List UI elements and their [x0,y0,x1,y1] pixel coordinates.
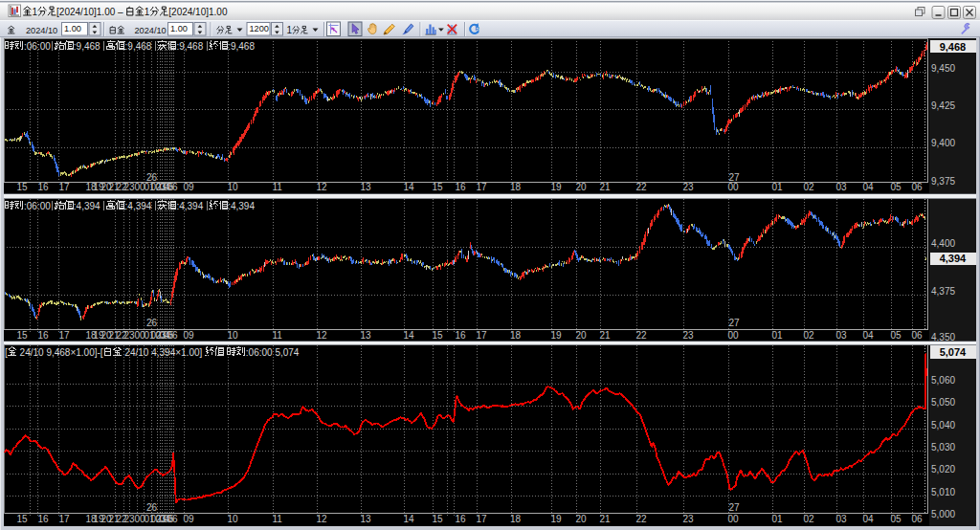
svg-text:06: 06 [167,514,178,524]
svg-text:01: 01 [771,182,783,192]
svg-text:2024/10: 2024/10 [135,25,167,34]
svg-text:21: 21 [599,514,611,524]
svg-text:05: 05 [890,182,902,192]
svg-text:1: 1 [145,7,150,17]
svg-text:5,074: 5,074 [940,346,967,358]
svg-text:04: 04 [862,182,874,192]
svg-text:1: 1 [287,24,293,34]
svg-text:15: 15 [432,182,443,192]
svg-text:09: 09 [183,514,194,524]
svg-text:4,375: 4,375 [931,286,955,297]
svg-text:03: 03 [835,330,847,341]
svg-text::06:00: :06:00 [24,41,51,52]
svg-text:20: 20 [575,514,587,524]
svg-text:04: 04 [862,330,874,341]
svg-text:11: 11 [272,182,282,192]
svg-text:02: 02 [803,514,814,524]
svg-text:18: 18 [510,514,522,524]
svg-text:19: 19 [550,182,562,192]
svg-text:11: 11 [272,330,282,341]
svg-text:16: 16 [455,182,466,192]
svg-text::4,394: :4,394 [228,201,255,211]
svg-text:26: 26 [146,318,158,328]
svg-text:10: 10 [227,182,238,192]
svg-text:20: 20 [575,330,587,341]
svg-text::4,394: :4,394 [125,201,152,211]
svg-text:9,450: 9,450 [931,63,955,74]
svg-text:10: 10 [227,330,238,341]
svg-text:04: 04 [862,514,874,524]
svg-text:27: 27 [728,172,740,183]
svg-text:17: 17 [58,330,70,341]
svg-text::4,394: :4,394 [74,201,100,211]
svg-text:23: 23 [123,330,135,341]
svg-text:06: 06 [167,182,178,192]
svg-text:19: 19 [550,514,562,524]
svg-text:15: 15 [16,514,28,524]
svg-text:27: 27 [728,318,740,328]
svg-text:10: 10 [227,514,238,524]
svg-text:15: 15 [432,514,443,524]
svg-text:4,400: 4,400 [931,238,955,249]
svg-text:06: 06 [911,330,923,341]
svg-text:5,040: 5,040 [931,420,955,431]
svg-text:15: 15 [16,182,28,192]
svg-text:03: 03 [835,182,847,192]
svg-text:R: R [475,26,479,32]
svg-text:02: 02 [803,182,814,192]
svg-text:21: 21 [599,330,611,341]
svg-text:17: 17 [476,514,487,524]
svg-text::9,468: :9,468 [125,41,152,52]
svg-text:23: 23 [123,514,135,524]
svg-text:16: 16 [37,182,49,192]
svg-text:00: 00 [727,330,739,341]
svg-text:1.00: 1.00 [64,24,81,33]
svg-text:00: 00 [727,182,739,192]
svg-text:09: 09 [183,182,194,192]
svg-text:15: 15 [432,330,443,341]
svg-text:09: 09 [183,330,194,341]
svg-text::9,468: :9,468 [176,41,203,52]
svg-text:20: 20 [575,182,587,192]
svg-text:13: 13 [360,514,371,524]
svg-text:27: 27 [728,502,740,513]
svg-text:23: 23 [123,182,135,192]
svg-text:18: 18 [510,330,522,341]
svg-text:05: 05 [890,514,902,524]
svg-text:9,375: 9,375 [931,176,955,187]
svg-text:5,050: 5,050 [931,397,955,408]
svg-text:17: 17 [476,182,487,192]
svg-text:13: 13 [360,330,371,341]
svg-text:[2024/10]1.00: [2024/10]1.00 [168,7,228,17]
svg-text::06:00 5,074: :06:00 5,074 [246,347,300,358]
svg-text:16: 16 [37,330,49,341]
svg-text:17: 17 [476,330,487,341]
svg-text:5,020: 5,020 [931,464,955,475]
svg-text:01: 01 [771,514,783,524]
svg-text::9,468: :9,468 [228,41,255,52]
svg-text:15: 15 [16,330,28,341]
svg-text:12: 12 [316,182,327,192]
svg-text:5,030: 5,030 [931,442,955,453]
svg-text:14: 14 [403,514,414,524]
svg-text:16: 16 [455,514,466,524]
svg-text:06: 06 [911,182,923,192]
svg-text:22: 22 [635,330,647,341]
svg-text:16: 16 [37,514,49,524]
svg-text:9,425: 9,425 [931,100,955,111]
svg-text:00: 00 [727,514,739,524]
svg-text:5,060: 5,060 [931,375,955,386]
svg-text:23: 23 [682,182,694,192]
svg-text:14: 14 [403,330,414,341]
svg-text:23: 23 [682,514,694,524]
svg-text:18: 18 [510,182,522,192]
svg-text:13: 13 [360,182,371,192]
svg-text:16: 16 [455,330,466,341]
svg-text:1: 1 [33,7,38,17]
svg-text:[2024/10]1.00 –: [2024/10]1.00 – [56,7,125,17]
svg-text:2024/10: 2024/10 [26,25,57,34]
svg-text:21: 21 [599,182,611,192]
svg-text:12: 12 [316,514,327,524]
svg-text:17: 17 [58,182,70,192]
svg-text:24/10 9,468×1.00]-[: 24/10 9,468×1.00]-[ [17,347,103,358]
